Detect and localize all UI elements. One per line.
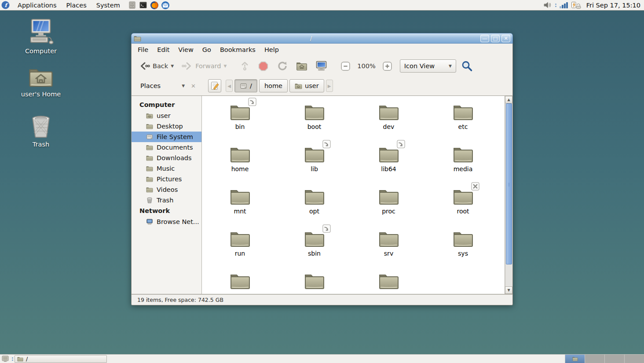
network-icon <box>146 218 153 225</box>
file-item-root[interactable]: root <box>426 181 500 224</box>
folder-icon <box>378 103 399 121</box>
file-item-sbin[interactable]: sbin <box>277 224 351 266</box>
panel-clock[interactable]: Fri Sep 17, 15:10 <box>585 2 640 9</box>
task-button[interactable]: / <box>15 355 107 363</box>
notification-area-handle[interactable] <box>555 4 556 7</box>
sidebar-item-user[interactable]: user <box>132 110 201 121</box>
trash-icon <box>29 115 53 138</box>
path-button-user[interactable]: user <box>289 79 324 92</box>
workspace-window-icon <box>572 356 578 361</box>
file-item-home[interactable]: home <box>203 139 277 181</box>
sidebar-item-music[interactable]: Music <box>132 163 201 174</box>
sidebar-item-trash[interactable]: Trash <box>132 195 201 205</box>
workspace-2[interactable] <box>585 355 604 363</box>
file-item-opt[interactable]: opt <box>277 181 351 224</box>
file-item-lib[interactable]: lib <box>277 139 351 181</box>
scrollbar-thumb[interactable] <box>506 103 512 264</box>
window-list-handle[interactable] <box>11 357 15 361</box>
zoom-out-button[interactable] <box>337 58 354 74</box>
file-item-lib64[interactable]: lib64 <box>351 139 426 181</box>
file-cabinet-launcher-icon[interactable] <box>128 0 137 10</box>
desktop-icon-trash[interactable]: Trash <box>15 115 66 148</box>
path-button-home[interactable]: home <box>259 79 288 92</box>
workspace-3[interactable] <box>604 355 624 363</box>
titlebar[interactable]: / ― □ ✕ <box>131 33 513 44</box>
sidebar-item-file-system[interactable]: File System <box>132 132 201 142</box>
symlink-emblem-icon <box>397 140 405 150</box>
folder-icon <box>304 272 325 290</box>
forward-button[interactable]: Forward ▼ <box>179 58 230 74</box>
folder-home-icon <box>146 113 153 119</box>
sidebar-item-downloads[interactable]: Downloads <box>132 153 201 163</box>
file-item-boot[interactable]: boot <box>277 97 351 139</box>
home-icon <box>296 61 307 71</box>
file-item-etc[interactable]: etc <box>426 97 500 139</box>
places-dropdown[interactable]: Places ▼ ✕ <box>132 82 202 89</box>
battery-icon[interactable] <box>571 1 582 9</box>
file-item-run[interactable]: run <box>203 224 277 266</box>
file-view[interactable]: bin boot dev etc home lib lib64 media mn… <box>202 96 505 294</box>
path-scroll-left-icon[interactable]: ◀ <box>226 80 233 92</box>
sidebar-item-desktop[interactable]: Desktop <box>132 121 201 132</box>
menu-edit[interactable]: Edit <box>153 44 174 55</box>
location-bar: Places ▼ ✕ ◀ /home user ▶ <box>132 76 512 95</box>
file-item[interactable] <box>277 266 351 294</box>
file-item-srv[interactable]: srv <box>351 224 426 266</box>
menu-go[interactable]: Go <box>198 44 216 55</box>
thunderbird-launcher-icon[interactable] <box>161 0 170 10</box>
menu-help[interactable]: Help <box>260 44 283 55</box>
desktop: f ApplicationsPlacesSystem Fri Sep 17, 1… <box>0 0 644 363</box>
home-button[interactable] <box>293 58 311 74</box>
panel-menu-applications[interactable]: Applications <box>13 0 62 10</box>
fedora-logo-icon[interactable]: f <box>1 1 10 10</box>
show-desktop-button[interactable] <box>0 355 11 363</box>
menu-view[interactable]: View <box>174 44 198 55</box>
menu-file[interactable]: File <box>133 44 153 55</box>
zoom-in-button[interactable] <box>379 58 395 74</box>
path-scroll-right-icon[interactable]: ▶ <box>326 80 333 92</box>
path-button-root[interactable]: / <box>234 79 257 92</box>
computer-button[interactable] <box>312 57 330 75</box>
folder-icon <box>230 230 251 248</box>
file-item-dev[interactable]: dev <box>351 97 426 139</box>
sidebar-item-documents[interactable]: Documents <box>132 142 201 153</box>
desktop-icon-users-home[interactable]: user's Home <box>15 66 66 98</box>
scroll-down-icon[interactable]: ▼ <box>505 286 512 294</box>
workspace-4[interactable] <box>624 355 644 363</box>
folder-icon <box>230 187 251 205</box>
search-button[interactable] <box>458 57 476 75</box>
file-item-media[interactable]: media <box>426 139 500 181</box>
close-button[interactable]: ✕ <box>501 35 510 42</box>
panel-menu-places[interactable]: Places <box>62 0 91 10</box>
file-item-proc[interactable]: proc <box>351 181 426 224</box>
vertical-scrollbar[interactable]: ▲ ▼ <box>505 96 512 294</box>
maximize-button[interactable]: □ <box>491 35 500 42</box>
scrollbar-track[interactable] <box>505 103 512 286</box>
scroll-up-icon[interactable]: ▲ <box>505 96 512 103</box>
file-item[interactable] <box>351 266 426 294</box>
reload-button[interactable] <box>274 57 291 75</box>
desktop-icon-computer[interactable]: Computer <box>15 18 66 55</box>
workspace-1[interactable] <box>565 355 585 363</box>
sidebar-item-pictures[interactable]: Pictures <box>132 174 201 184</box>
file-item[interactable] <box>203 266 277 294</box>
volume-icon[interactable] <box>543 1 552 9</box>
network-signal-icon[interactable] <box>560 2 568 8</box>
minimize-button[interactable]: ― <box>480 35 489 42</box>
stop-button[interactable] <box>255 58 272 75</box>
sidebar-item-label: Pictures <box>157 176 182 183</box>
firefox-launcher-icon[interactable] <box>150 0 159 10</box>
panel-menu-system[interactable]: System <box>91 0 125 10</box>
sidebar-item-videos[interactable]: Videos <box>132 184 201 195</box>
file-item-sys[interactable]: sys <box>426 224 500 266</box>
view-mode-dropdown[interactable]: Icon View ▼ <box>400 59 456 73</box>
file-item-mnt[interactable]: mnt <box>203 181 277 224</box>
file-item-bin[interactable]: bin <box>203 97 277 139</box>
back-button[interactable]: Back ▼ <box>136 58 177 74</box>
sidebar-item-browse-net[interactable]: Browse Net... <box>132 216 201 227</box>
terminal-launcher-icon[interactable] <box>139 0 148 10</box>
close-sidebar-icon[interactable]: ✕ <box>188 83 198 89</box>
menu-bookmarks[interactable]: Bookmarks <box>216 44 260 55</box>
up-button[interactable] <box>237 58 253 74</box>
edit-location-button[interactable] <box>208 79 221 92</box>
